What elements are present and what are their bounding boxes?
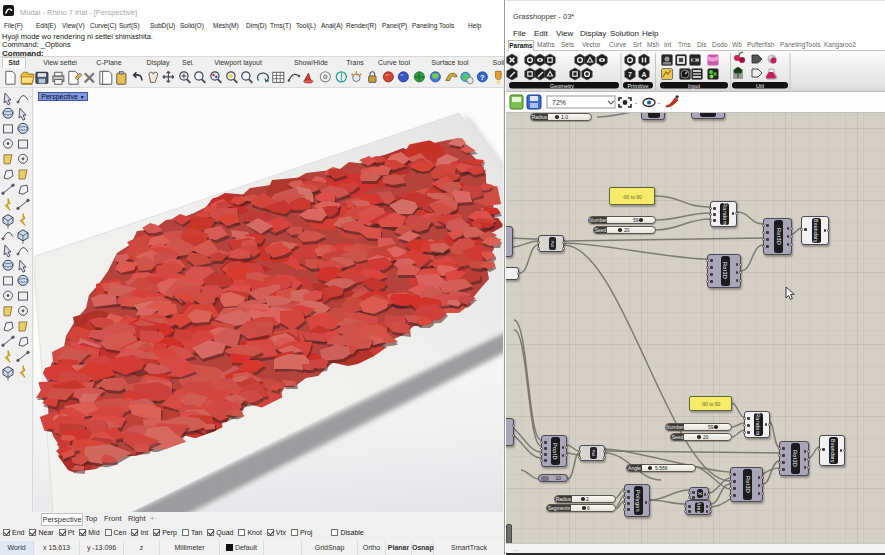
- svg-text:Util: Util: [756, 83, 764, 89]
- svg-text:?: ?: [480, 73, 485, 82]
- svg-text:Geometry: Geometry: [550, 83, 574, 89]
- svg-text:-: -: [635, 99, 638, 106]
- svg-text:Input: Input: [688, 83, 701, 89]
- svg-text:72%: 72%: [552, 99, 566, 106]
- svg-text:7: 7: [628, 71, 632, 78]
- svg-text:Primitive: Primitive: [627, 83, 648, 89]
- svg-text:-: -: [658, 99, 661, 106]
- svg-text:A: A: [641, 71, 646, 78]
